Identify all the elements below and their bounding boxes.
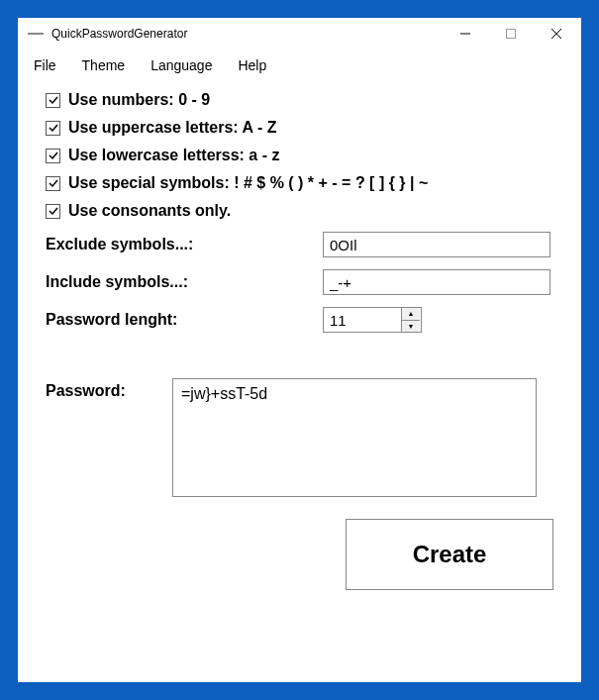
option-uppercase-row: Use uppercase letters: A - Z (46, 119, 553, 137)
password-output[interactable] (172, 378, 537, 497)
checkbox-uppercase[interactable] (46, 121, 60, 136)
length-label: Password lenght: (46, 311, 323, 329)
menu-help[interactable]: Help (234, 53, 280, 77)
length-spinner: ▲ ▼ (323, 307, 422, 333)
option-numbers-row: Use numbers: 0 - 9 (46, 91, 553, 109)
create-button[interactable]: Create (346, 519, 553, 590)
app-window: QuickPasswordGenerator File Theme Langua… (18, 18, 581, 682)
label-uppercase: Use uppercase letters: A - Z (68, 119, 276, 137)
exclude-label: Exclude symbols...: (46, 236, 323, 253)
spinner-buttons: ▲ ▼ (401, 308, 420, 332)
app-icon (28, 33, 44, 35)
label-lowercase: Use lowercase letterss: a - z (68, 147, 279, 164)
window-controls (443, 19, 579, 49)
password-section: Password: (46, 378, 553, 501)
include-label: Include symbols...: (46, 273, 323, 291)
label-numbers: Use numbers: 0 - 9 (68, 91, 210, 109)
maximize-icon (506, 29, 516, 39)
label-special: Use special symbols: ! # $ % ( ) * + - =… (68, 174, 428, 192)
menu-theme[interactable]: Theme (78, 53, 140, 77)
checkbox-lowercase[interactable] (46, 149, 60, 163)
password-label: Password: (46, 378, 172, 501)
close-button[interactable] (534, 19, 579, 49)
menubar: File Theme Language Help (18, 50, 581, 85)
length-row: Password lenght: ▲ ▼ (46, 307, 553, 333)
length-input[interactable] (324, 308, 401, 332)
label-consonants: Use consonants only. (68, 202, 231, 220)
option-consonants-row: Use consonants only. (46, 202, 553, 220)
spinner-up-button[interactable]: ▲ (402, 308, 420, 321)
checkbox-consonants[interactable] (46, 204, 60, 219)
create-row: Create (46, 519, 553, 590)
include-input[interactable] (323, 269, 550, 295)
menu-language[interactable]: Language (147, 53, 226, 77)
checkbox-numbers[interactable] (46, 93, 60, 108)
minimize-button[interactable] (443, 19, 488, 49)
exclude-input[interactable] (323, 232, 550, 257)
minimize-icon (460, 29, 470, 39)
spinner-down-button[interactable]: ▼ (402, 321, 420, 333)
include-row: Include symbols...: (46, 269, 553, 295)
close-icon (551, 29, 561, 39)
menu-file[interactable]: File (30, 53, 70, 77)
exclude-row: Exclude symbols...: (46, 232, 553, 257)
option-lowercase-row: Use lowercase letterss: a - z (46, 147, 553, 164)
checkbox-special[interactable] (46, 176, 60, 191)
window-title: QuickPasswordGenerator (51, 27, 443, 41)
option-special-row: Use special symbols: ! # $ % ( ) * + - =… (46, 174, 553, 192)
titlebar: QuickPasswordGenerator (18, 18, 581, 50)
maximize-button[interactable] (488, 19, 534, 49)
content-area: Use numbers: 0 - 9 Use uppercase letters… (18, 85, 581, 600)
svg-rect-1 (507, 30, 516, 39)
